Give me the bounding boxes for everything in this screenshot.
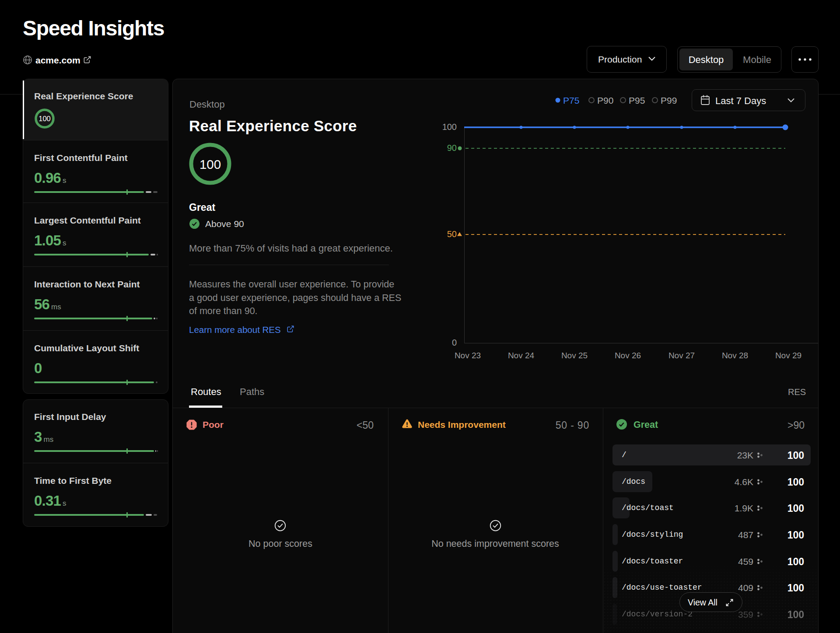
svg-text:Nov 29: Nov 29 (775, 351, 802, 360)
svg-text:P95: P95 (629, 95, 645, 105)
svg-text:100: 100 (38, 115, 51, 122)
svg-text:0: 0 (452, 338, 457, 347)
svg-text:Nov 27: Nov 27 (668, 351, 695, 360)
svg-text:P75: P75 (563, 95, 579, 105)
svg-text:P90: P90 (597, 95, 613, 105)
svg-text:100: 100 (442, 122, 457, 132)
svg-text:Nov 25: Nov 25 (561, 351, 588, 360)
svg-text:50: 50 (447, 229, 457, 239)
svg-text:Nov 26: Nov 26 (615, 351, 641, 360)
svg-text:Nov 24: Nov 24 (508, 351, 535, 360)
svg-text:Nov 23: Nov 23 (455, 351, 481, 360)
svg-text:100: 100 (200, 157, 221, 171)
svg-text:90: 90 (447, 143, 457, 153)
svg-text:P99: P99 (661, 95, 677, 105)
svg-text:Nov 28: Nov 28 (722, 351, 748, 360)
